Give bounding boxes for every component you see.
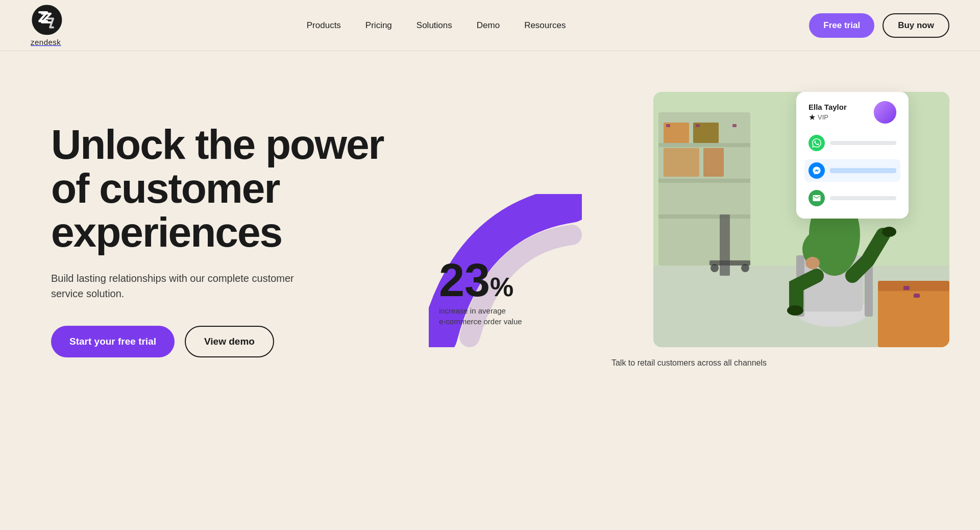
svg-rect-13 [732,124,737,127]
svg-point-28 [805,257,820,269]
svg-rect-5 [658,179,750,183]
buy-now-button[interactable]: Buy now [883,13,949,38]
customer-card: Ella Taylor ★ VIP [796,92,909,219]
channel-bar-email [830,196,896,200]
svg-rect-31 [903,286,910,290]
nav-cta-group: Free trial Buy now [809,13,949,38]
customer-info: Ella Taylor ★ VIP [808,103,847,122]
hero-section: Unlock the power of customer experiences… [0,51,980,530]
free-trial-button[interactable]: Free trial [809,13,874,38]
customer-name: Ella Taylor [808,103,847,111]
nav-item-demo[interactable]: Demo [477,20,500,30]
navbar: zendesk Products Pricing Solutions Demo … [0,0,980,51]
svg-rect-4 [658,143,750,147]
zendesk-logo-icon [31,4,63,36]
svg-point-17 [710,264,719,272]
nav-item-pricing[interactable]: Pricing [365,20,392,30]
channel-item-messenger [804,159,900,182]
logo-text: zendesk [31,38,61,46]
customer-vip-badge: ★ VIP [808,112,847,122]
whatsapp-icon [808,135,825,151]
hero-subtitle: Build lasting relationships with our com… [51,271,327,301]
svg-rect-6 [658,214,750,219]
svg-point-18 [741,264,749,272]
svg-rect-10 [703,148,724,177]
stat-label: increase in average e-commerce order val… [439,305,522,327]
svg-rect-12 [696,124,700,127]
stat-number: 23% [439,257,522,303]
svg-rect-30 [878,281,949,291]
hero-title: Unlock the power of customer experiences [51,123,398,254]
view-demo-button[interactable]: View demo [185,326,274,357]
customer-avatar [874,101,896,124]
nav-item-products[interactable]: Products [307,20,341,30]
logo-link[interactable]: zendesk [31,4,63,47]
channel-bar-whatsapp [830,141,896,145]
channel-item-email [808,187,896,209]
vip-label: VIP [818,113,828,121]
hero-content: Unlock the power of customer experiences… [51,92,398,357]
email-icon [808,190,825,206]
stat-card: 23% increase in average e-commerce order… [439,257,522,327]
svg-point-27 [882,227,896,237]
image-caption: Talk to retail customers across all chan… [611,358,767,368]
messenger-icon [808,162,825,179]
avatar-image [874,101,896,124]
svg-rect-11 [666,124,670,127]
customer-card-header: Ella Taylor ★ VIP [808,101,896,124]
svg-rect-15 [720,214,730,276]
nav-links: Products Pricing Solutions Demo Resource… [307,20,566,31]
nav-item-resources[interactable]: Resources [524,20,566,30]
hero-visual: 23% increase in average e-commerce order… [429,92,949,398]
start-trial-button[interactable]: Start your free trial [51,326,175,357]
channel-bar-messenger [830,168,896,173]
channel-list [808,132,896,209]
svg-rect-32 [914,294,920,298]
svg-point-26 [787,305,803,316]
svg-rect-9 [664,148,699,177]
nav-item-solutions[interactable]: Solutions [416,20,452,30]
star-icon: ★ [808,112,816,122]
hero-buttons: Start your free trial View demo [51,326,398,357]
channel-item-whatsapp [808,132,896,154]
